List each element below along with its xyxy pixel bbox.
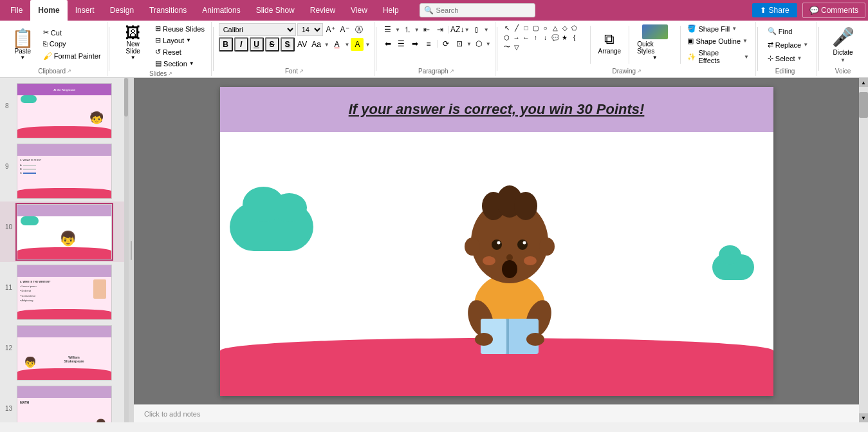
tab-animations[interactable]: Animations [194, 0, 248, 21]
tab-insert[interactable]: Insert [68, 0, 102, 21]
slide-thumbnail-10[interactable]: 10 👦 [0, 202, 128, 262]
font-size-select[interactable]: 14 [297, 23, 323, 36]
slide-panel[interactable]: 8 At the Fairground 🧒 9 [0, 78, 129, 422]
strikethrough-button[interactable]: S [265, 37, 279, 52]
slide-panel-scrollbar[interactable] [124, 78, 128, 422]
shape-star[interactable]: ★ [560, 33, 569, 42]
slide-thumbnail-8[interactable]: 8 At the Fairground 🧒 [0, 80, 128, 141]
replace-dropdown[interactable]: ▼ [803, 42, 808, 48]
numbering-button[interactable]: ⒈ [401, 23, 414, 36]
quick-styles-dropdown[interactable]: ▼ [652, 55, 658, 61]
paste-button[interactable]: 📋 Paste ▼ [6, 23, 39, 66]
char-spacing-button[interactable]: AV [296, 38, 309, 51]
section-dropdown[interactable]: ▼ [189, 61, 194, 66]
search-bar[interactable]: 🔍 [420, 3, 535, 17]
notes-area[interactable]: Click to add notes [134, 404, 859, 422]
reuse-slides-button[interactable]: ⊞ Reuse Slides [152, 23, 207, 34]
align-center-button[interactable]: ☰ [395, 37, 408, 50]
new-slide-arrow[interactable]: ▼ [131, 55, 136, 61]
shape-arrow-r[interactable]: → [512, 33, 521, 42]
font-expand-icon[interactable]: ↗ [299, 68, 304, 74]
decrease-indent-button[interactable]: ⇤ [420, 23, 433, 36]
font-family-select[interactable]: Calibri [219, 23, 296, 36]
reset-button[interactable]: ↺ Reset [152, 46, 207, 57]
shape-round-rect[interactable]: ▢ [531, 23, 540, 32]
increase-indent-button[interactable]: ⇥ [434, 23, 447, 36]
shadow-button[interactable]: S [281, 37, 295, 52]
quick-styles-button[interactable]: Quick Styles ▼ [633, 23, 676, 62]
new-slide-button[interactable]: 🖼 New Slide ▼ [115, 23, 151, 62]
dictate-dropdown[interactable]: ▼ [840, 57, 845, 63]
convert-to-smartart-button[interactable]: ⬡ [472, 37, 485, 50]
shape-cursor[interactable]: ↖ [503, 23, 512, 32]
search-input[interactable] [436, 6, 513, 14]
shape-effects-dropdown[interactable]: ▼ [744, 54, 749, 60]
shape-more[interactable]: ▽ [512, 42, 521, 52]
columns-dropdown[interactable]: ▼ [484, 27, 489, 33]
slide-thumbnail-9[interactable]: 9 3. WHAT IS THIS? A B C [0, 141, 128, 202]
voice-tools[interactable]: 🎤 Dictate ▼ [827, 23, 860, 66]
scroll-down-button[interactable]: ▼ [859, 413, 868, 422]
bullets-button[interactable]: ☰ [382, 23, 394, 36]
find-button[interactable]: 🔍 Find [764, 25, 812, 37]
sort-dropdown[interactable]: ▼ [465, 27, 470, 33]
font-color-dropdown[interactable]: ▼ [345, 42, 350, 48]
select-dropdown[interactable]: ▼ [797, 55, 802, 61]
tab-slideshow[interactable]: Slide Show [248, 0, 302, 21]
scroll-thumb[interactable] [859, 92, 868, 118]
layout-button[interactable]: ⊟ Layout ▼ [152, 35, 207, 46]
font-shrink-button[interactable]: A⁻ [338, 23, 351, 36]
right-scrollbar[interactable]: ▲ ▼ [859, 78, 868, 422]
slide-thumbnail-13[interactable]: 13 MATH 👦 [0, 383, 128, 422]
paste-dropdown-icon[interactable]: ▼ [20, 55, 25, 61]
scroll-up-button[interactable]: ▲ [859, 78, 868, 87]
italic-button[interactable]: I [234, 37, 248, 52]
justify-button[interactable]: ≡ [422, 37, 435, 50]
shape-callout[interactable]: 💬 [551, 33, 560, 42]
shape-bracket[interactable]: { [570, 33, 579, 42]
slide-thumbnail-12[interactable]: 12 WilliamShakespeare 👦 [0, 323, 128, 383]
tab-file[interactable]: File [3, 0, 30, 21]
clear-format-button[interactable]: Ⓐ [353, 23, 365, 36]
shape-triangle[interactable]: △ [551, 23, 560, 32]
font-grow-button[interactable]: A⁺ [324, 23, 337, 36]
change-case-dropdown[interactable]: ▼ [324, 42, 329, 48]
align-text-dropdown[interactable]: ▼ [466, 41, 472, 47]
scrollbar-thumb[interactable] [124, 78, 128, 117]
text-direction-button[interactable]: ⟳ [439, 37, 452, 50]
shape-oval[interactable]: ○ [541, 23, 550, 32]
select-button[interactable]: ⊹ Select ▼ [764, 52, 812, 64]
numbering-dropdown[interactable]: ▼ [414, 27, 420, 33]
tab-design[interactable]: Design [102, 0, 142, 21]
shape-hex[interactable]: ⬡ [503, 33, 512, 42]
underline-button[interactable]: U [250, 37, 264, 52]
shape-arrow-u[interactable]: ↑ [531, 33, 540, 42]
align-right-button[interactable]: ➡ [409, 37, 421, 50]
shape-diamond[interactable]: ◇ [560, 23, 569, 32]
paragraph-expand-icon[interactable]: ↗ [450, 68, 454, 74]
shape-arrow-l[interactable]: ← [522, 33, 531, 42]
align-left-button[interactable]: ⬅ [382, 37, 394, 50]
shape-pentagon[interactable]: ⬠ [570, 23, 579, 32]
tab-review[interactable]: Review [302, 0, 343, 21]
sort-button[interactable]: AZ↓ [451, 23, 464, 36]
clipboard-expand-icon[interactable]: ↗ [67, 68, 71, 74]
shape-rect[interactable]: □ [522, 23, 531, 32]
change-case-button[interactable]: Aa [310, 38, 323, 51]
shape-arrow-d[interactable]: ↓ [541, 33, 550, 42]
tab-view[interactable]: View [343, 0, 375, 21]
tab-help[interactable]: Help [375, 0, 407, 21]
shape-outline-dropdown[interactable]: ▼ [743, 38, 748, 44]
tab-transitions[interactable]: Transitions [142, 0, 194, 21]
shape-wave[interactable]: 〜 [503, 42, 512, 52]
font-color-button[interactable]: A [331, 38, 344, 51]
section-button[interactable]: ▤ Section ▼ [152, 58, 207, 69]
align-text-button[interactable]: ⊡ [453, 37, 466, 50]
shape-line[interactable]: ╱ [512, 23, 521, 32]
replace-button[interactable]: ⇄ Replace ▼ [764, 39, 812, 51]
shape-effects-button[interactable]: ✨ Shape Effects ▼ [685, 48, 752, 66]
share-button[interactable]: ⬆ Share [752, 3, 797, 17]
slides-expand-icon[interactable]: ↗ [168, 71, 172, 77]
shape-fill-dropdown[interactable]: ▼ [732, 26, 737, 32]
smartart-dropdown[interactable]: ▼ [486, 41, 491, 47]
